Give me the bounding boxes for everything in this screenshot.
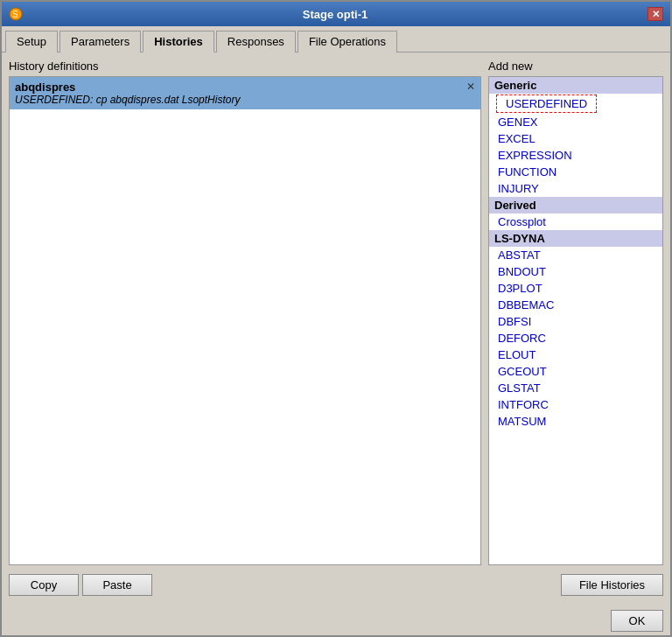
history-definitions-label: History definitions bbox=[9, 60, 481, 73]
history-item-desc: USERDEFINED: cp abqdispres.dat LsoptHist… bbox=[15, 94, 463, 106]
tab-content: History definitions abqdispres USERDEFIN… bbox=[2, 52, 670, 606]
type-item-injury[interactable]: INJURY bbox=[489, 180, 662, 197]
tab-setup[interactable]: Setup bbox=[5, 31, 58, 52]
left-panel: History definitions abqdispres USERDEFIN… bbox=[9, 60, 481, 565]
type-item-glstat[interactable]: GLSTAT bbox=[489, 380, 662, 396]
tab-responses[interactable]: Responses bbox=[216, 31, 296, 52]
close-button[interactable]: ✕ bbox=[648, 7, 663, 21]
type-item-crossplot[interactable]: Crossplot bbox=[489, 214, 662, 230]
type-item-gceout[interactable]: GCEOUT bbox=[489, 363, 662, 380]
group-header-generic: Generic bbox=[489, 77, 662, 94]
type-item-dbbemac[interactable]: DBBEMAC bbox=[489, 297, 662, 313]
group-header-derived: Derived bbox=[489, 197, 662, 214]
history-item[interactable]: abqdispres USERDEFINED: cp abqdispres.da… bbox=[10, 77, 480, 109]
title-bar: S Stage opti-1 ✕ bbox=[2, 2, 670, 26]
tab-parameters[interactable]: Parameters bbox=[60, 31, 141, 52]
type-item-abstat[interactable]: ABSTAT bbox=[489, 247, 662, 263]
right-panel: Add new Generic USERDEFINED GENEX EXCEL … bbox=[488, 60, 663, 565]
type-item-intforc[interactable]: INTFORC bbox=[489, 396, 662, 413]
type-item-d3plot[interactable]: D3PLOT bbox=[489, 280, 662, 297]
history-item-name: abqdispres bbox=[15, 80, 463, 94]
type-item-matsum[interactable]: MATSUM bbox=[489, 413, 662, 430]
copy-button[interactable]: Copy bbox=[9, 574, 79, 596]
group-header-ls-dyna: LS-DYNA bbox=[489, 230, 662, 247]
svg-text:S: S bbox=[12, 10, 18, 19]
type-item-bndout[interactable]: BNDOUT bbox=[489, 263, 662, 280]
type-item-userdefined[interactable]: USERDEFINED bbox=[496, 94, 597, 113]
bottom-bar: Copy Paste File Histories bbox=[9, 570, 663, 599]
type-item-dbfsi[interactable]: DBFSI bbox=[489, 313, 662, 330]
app-icon: S bbox=[9, 7, 23, 21]
type-item-function[interactable]: FUNCTION bbox=[489, 164, 662, 180]
ok-button[interactable]: OK bbox=[611, 610, 663, 632]
tab-bar: Setup Parameters Histories Responses Fil… bbox=[2, 26, 670, 52]
type-item-elout[interactable]: ELOUT bbox=[489, 346, 662, 363]
type-item-genex[interactable]: GENEX bbox=[489, 114, 662, 130]
type-item-expression[interactable]: EXPRESSION bbox=[489, 147, 662, 164]
window-title: Stage opti-1 bbox=[23, 8, 648, 21]
type-item-deforc[interactable]: DEFORC bbox=[489, 330, 662, 346]
bottom-left-buttons: Copy Paste bbox=[9, 574, 152, 596]
history-list: abqdispres USERDEFINED: cp abqdispres.da… bbox=[9, 76, 481, 565]
file-histories-button[interactable]: File Histories bbox=[561, 574, 663, 596]
tab-histories[interactable]: Histories bbox=[143, 31, 214, 52]
main-window: S Stage opti-1 ✕ Setup Parameters Histor… bbox=[0, 0, 672, 637]
add-new-label: Add new bbox=[488, 60, 663, 73]
tab-file-operations[interactable]: File Operations bbox=[298, 31, 397, 52]
main-area: History definitions abqdispres USERDEFIN… bbox=[9, 60, 663, 565]
history-item-close-button[interactable]: ✕ bbox=[466, 80, 475, 93]
type-list: Generic USERDEFINED GENEX EXCEL EXPRESSI… bbox=[488, 76, 663, 565]
type-item-excel[interactable]: EXCEL bbox=[489, 130, 662, 147]
paste-button[interactable]: Paste bbox=[82, 574, 152, 596]
history-item-text: abqdispres USERDEFINED: cp abqdispres.da… bbox=[15, 80, 463, 106]
footer-bar: OK bbox=[2, 606, 670, 635]
